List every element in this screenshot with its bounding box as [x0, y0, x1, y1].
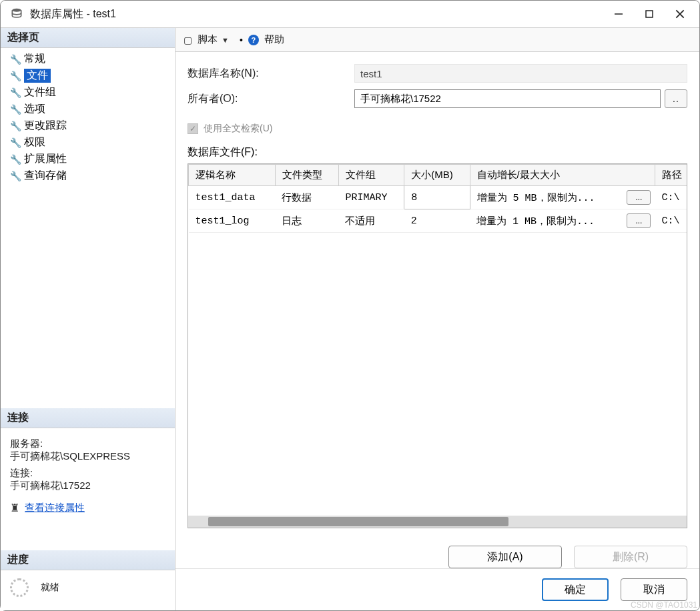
size-cell[interactable]: 8	[404, 186, 470, 209]
nav-item-extended-props[interactable]: 🔧扩展属性	[7, 151, 175, 167]
files-label: 数据库文件(F):	[188, 145, 687, 159]
autogrowth-edit-button[interactable]: ...	[627, 190, 651, 205]
fulltext-label: 使用全文检索(U)	[204, 123, 272, 135]
remove-button: 删除(R)	[574, 546, 687, 568]
horizontal-scrollbar[interactable]	[188, 516, 687, 528]
col-path[interactable]: 路径	[655, 165, 687, 186]
nav-item-permissions[interactable]: 🔧权限	[7, 134, 175, 151]
close-button[interactable]	[674, 8, 686, 20]
svg-point-0	[12, 9, 21, 12]
spinner-icon	[10, 578, 29, 597]
add-button[interactable]: 添加(A)	[448, 546, 562, 568]
col-size[interactable]: 大小(MB)	[404, 165, 470, 186]
db-name-field: test1	[354, 64, 687, 83]
view-connection-properties-link[interactable]: 查看连接属性	[25, 502, 85, 514]
table-row[interactable]: test1_log 日志 不适用 2 增量为 1 MB，限制为...... C:…	[189, 209, 688, 233]
database-icon	[10, 7, 23, 21]
col-logical-name[interactable]: 逻辑名称	[189, 165, 276, 186]
script-button[interactable]: 脚本	[198, 33, 218, 46]
connection-header: 连接	[1, 408, 175, 428]
wrench-icon: 🔧	[10, 154, 21, 165]
wrench-icon: 🔧	[10, 71, 21, 81]
help-button[interactable]: 帮助	[264, 33, 284, 46]
files-table: 逻辑名称 文件类型 文件组 大小(MB) 自动增长/最大大小 路径 test1_…	[188, 164, 687, 233]
maximize-button[interactable]	[643, 8, 655, 20]
table-row[interactable]: test1_data 行数据 PRIMARY 8 增量为 5 MB，限制为...…	[189, 186, 688, 209]
select-page-header: 选择页	[1, 28, 175, 48]
conn-value: 手可摘棉花\17522	[10, 480, 167, 492]
help-icon: ?	[248, 35, 259, 45]
owner-browse-button[interactable]: ..	[665, 89, 687, 108]
wrench-icon: 🔧	[10, 87, 21, 98]
nav-item-files[interactable]: 🔧文件	[7, 67, 175, 84]
content-area: 数据库名称(N): test1 所有者(O): .. ✓ 使用全文检索(U) 数…	[176, 52, 699, 535]
files-table-container[interactable]: 逻辑名称 文件类型 文件组 大小(MB) 自动增长/最大大小 路径 test1_…	[188, 163, 687, 528]
nav-item-options[interactable]: 🔧选项	[7, 101, 175, 117]
nav-list: 🔧常规 🔧文件 🔧文件组 🔧选项 🔧更改跟踪 🔧权限 🔧扩展属性 🔧查询存储	[1, 48, 175, 191]
col-filegroup[interactable]: 文件组	[338, 165, 404, 186]
wrench-icon: 🔧	[10, 137, 21, 148]
wrench-icon: 🔧	[10, 171, 21, 181]
progress-section: 就绪	[1, 570, 175, 610]
minimize-button[interactable]	[613, 8, 625, 20]
cancel-button[interactable]: 取消	[621, 578, 687, 601]
conn-label: 连接:	[10, 467, 167, 480]
dialog-window: 数据库属性 - test1 选择页 🔧常规 🔧文件 🔧文件组 🔧选项 🔧更改跟踪…	[0, 0, 700, 611]
nav-item-query-store[interactable]: 🔧查询存储	[7, 167, 175, 184]
owner-label: 所有者(O):	[188, 92, 354, 106]
connection-properties-icon: ♜	[10, 502, 19, 514]
server-value: 手可摘棉花\SQLEXPRESS	[10, 450, 167, 463]
script-icon: ▢	[184, 35, 192, 45]
size-cell[interactable]: 2	[404, 209, 470, 233]
wrench-icon: 🔧	[10, 54, 21, 65]
toolbar: ▢ 脚本 ▼ • ? 帮助	[176, 28, 699, 52]
watermark: CSDN @TAO1031	[631, 600, 697, 610]
add-remove-row: 添加(A) 删除(R)	[176, 535, 699, 568]
wrench-icon: 🔧	[10, 121, 21, 131]
nav-item-general[interactable]: 🔧常规	[7, 51, 175, 67]
dialog-buttons: 确定 取消	[176, 568, 699, 610]
connection-section: 服务器: 手可摘棉花\SQLEXPRESS 连接: 手可摘棉花\17522 ♜ …	[1, 428, 175, 524]
fulltext-checkbox: ✓	[188, 123, 198, 134]
svg-rect-2	[646, 11, 653, 17]
progress-header: 进度	[1, 550, 175, 570]
nav-item-filegroups[interactable]: 🔧文件组	[7, 84, 175, 101]
chevron-down-icon[interactable]: ▼	[222, 36, 229, 44]
main-panel: ▢ 脚本 ▼ • ? 帮助 数据库名称(N): test1 所有者(O): ..	[176, 28, 699, 610]
nav-item-change-tracking[interactable]: 🔧更改跟踪	[7, 117, 175, 134]
ok-button[interactable]: 确定	[542, 578, 609, 601]
autogrowth-edit-button[interactable]: ...	[627, 213, 651, 228]
titlebar: 数据库属性 - test1	[1, 1, 699, 27]
wrench-icon: 🔧	[10, 104, 21, 115]
db-name-label: 数据库名称(N):	[188, 67, 354, 81]
owner-input[interactable]	[354, 89, 661, 108]
window-title: 数据库属性 - test1	[30, 7, 613, 21]
fulltext-checkbox-row: ✓ 使用全文检索(U)	[188, 123, 687, 135]
col-autogrowth[interactable]: 自动增长/最大大小	[470, 165, 655, 186]
progress-status: 就绪	[41, 582, 59, 594]
sidebar: 选择页 🔧常规 🔧文件 🔧文件组 🔧选项 🔧更改跟踪 🔧权限 🔧扩展属性 🔧查询…	[1, 28, 176, 610]
window-controls	[613, 8, 686, 20]
server-label: 服务器:	[10, 438, 167, 450]
col-file-type[interactable]: 文件类型	[275, 165, 338, 186]
